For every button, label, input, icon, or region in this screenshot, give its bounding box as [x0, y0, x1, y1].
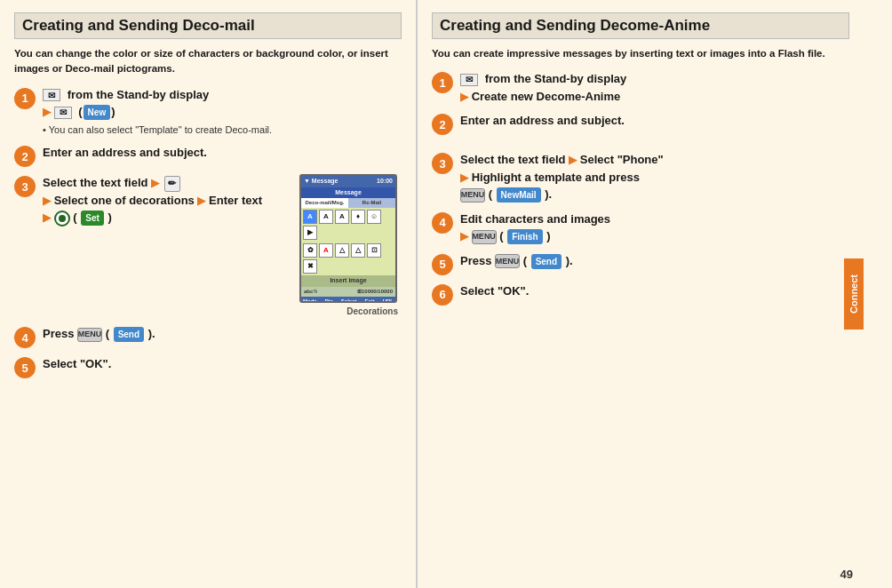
right-step4-text: Edit characters and images — [460, 212, 610, 226]
phone-insert-img: Insert image — [301, 275, 395, 287]
right-step1-main: from the Stand-by display — [485, 72, 627, 85]
right-step-content-5: Press MENU ( Send ). — [460, 252, 849, 270]
left-step-content-1: ✉ from the Stand-by display ▶ ✉ (New) • … — [43, 86, 402, 138]
right-newmail-badge: NewMail — [497, 187, 541, 203]
phone-icon-right: ▶ — [303, 226, 317, 240]
right-step3-text2: Select "Phone" — [580, 153, 664, 166]
envelope-icon-sub: ✉ — [54, 107, 72, 119]
left-step1-main: from the Stand-by display — [68, 88, 210, 101]
envelope-icon-1: ✉ — [43, 89, 60, 101]
left-step3-paren-open: ( — [73, 211, 76, 224]
decorations-label: Decorations — [299, 305, 402, 318]
left-step-content-4: Press MENU ( Send ). — [43, 325, 402, 343]
right-step5-paren-close: ). — [566, 254, 573, 267]
right-menu-key-3: MENU — [460, 188, 485, 203]
right-step-number-4: 4 — [432, 212, 453, 234]
left-step-number-5: 5 — [14, 357, 36, 378]
phone-icon-sq: ⊡ — [367, 243, 381, 258]
right-step5-paren-open: ( — [523, 254, 527, 267]
left-send-badge-4: Send — [114, 327, 144, 342]
left-step-2: 2 Enter an address and subject. — [14, 144, 402, 167]
phone-icons-row1: A A A ♦ ☺ ▶ — [301, 208, 395, 242]
left-step-content-5: Select "OK". — [43, 355, 402, 373]
left-step-3: 3 Select the text field ▶ ✏ ▶ Select one… — [14, 174, 402, 318]
right-finish-badge: Finish — [507, 229, 542, 244]
phone-bottom-bar: ModePicSelectExitURL — [301, 297, 395, 304]
phone-icon-A1: A — [303, 210, 317, 224]
right-step-number-5: 5 — [432, 254, 453, 275]
right-step3-paren-close: ). — [545, 187, 552, 201]
right-step5-press: Press — [460, 254, 495, 267]
phone-tabs: Deco-mail/Msg. Rc-Mail — [301, 198, 395, 208]
phone-icon-x: ✖ — [303, 259, 317, 274]
right-step-5: 5 Press MENU ( Send ). — [432, 252, 849, 275]
phone-bottom-row: abc½⊞10000/10000 — [301, 287, 395, 297]
left-menu-key-4: MENU — [77, 328, 102, 342]
right-step-number-1: 1 — [432, 72, 453, 93]
left-step3-arrow4: ▶ — [43, 211, 51, 224]
left-step-number-4: 4 — [14, 327, 36, 348]
phone-tab-rcmail: Rc-Mail — [348, 198, 395, 208]
phone-icon-diamond: ♦ — [351, 210, 365, 224]
right-step3-paren-open: ( — [489, 187, 492, 201]
phone-icon-tri1: △ — [335, 243, 349, 258]
left-step3-arrow1: ▶ — [151, 177, 159, 189]
right-step3-arrow2: ▶ — [460, 171, 468, 184]
right-step-content-3: Select the text field ▶ Select "Phone" ▶… — [460, 151, 849, 203]
left-step3-arrow3: ▶ — [197, 195, 205, 207]
left-step3-arrow2: ▶ — [43, 195, 51, 207]
right-step-content-1: ✉ from the Stand-by display ▶ Create new… — [460, 70, 849, 105]
left-intro: You can change the color or size of char… — [14, 46, 402, 77]
phone-icon-tri2: △ — [351, 243, 365, 258]
left-step3-text2: Select one of decorations — [54, 194, 195, 207]
circle-button — [54, 211, 70, 226]
right-intro: You can create impressive messages by in… — [432, 46, 849, 61]
pen-icon: ✏ — [164, 176, 180, 192]
phone-icon-A3: A — [335, 210, 349, 224]
right-step-number-6: 6 — [432, 284, 453, 306]
left-step1-arrow: ▶ — [43, 106, 51, 118]
phone-icon-flower: ✿ — [303, 243, 317, 258]
set-badge: Set — [81, 211, 104, 226]
envelope-icon-right1: ✉ — [460, 74, 478, 86]
right-send-badge: Send — [531, 254, 561, 269]
right-step1-sub: Create new Decome-Anime — [472, 90, 621, 103]
left-step-5: 5 Select "OK". — [14, 355, 402, 378]
right-panel-title: Creating and Sending Decome-Anime — [432, 12, 849, 39]
left-step1-bullet: • You can also select "Template" to crea… — [43, 123, 402, 138]
phone-tab-decomail: Deco-mail/Msg. — [301, 198, 348, 208]
phone-icon-A4: A — [319, 243, 333, 258]
right-step-content-2: Enter an address and subject. — [460, 112, 849, 130]
left-step-1: 1 ✉ from the Stand-by display ▶ ✉ (New) … — [14, 86, 402, 138]
right-step3-arrow1: ▶ — [569, 154, 577, 166]
right-step-content-4: Edit characters and images ▶ MENU ( Fini… — [460, 211, 849, 245]
left-step-content-3: Select the text field ▶ ✏ ▶ Select one o… — [43, 174, 402, 318]
right-step1-arrow: ▶ — [460, 91, 468, 103]
right-panel: Creating and Sending Decome-Anime You ca… — [418, 0, 864, 588]
left-step1-paren-close: ) — [111, 105, 115, 118]
left-step-4: 4 Press MENU ( Send ). — [14, 325, 402, 348]
phone-screen: ▼ Message10:00 Message Deco-mail/Msg. Rc… — [299, 174, 397, 303]
right-step-4: 4 Edit characters and images ▶ MENU ( Fi… — [432, 211, 849, 245]
right-menu-key-4: MENU — [472, 230, 497, 244]
right-step-content-6: Select "OK". — [460, 282, 849, 300]
left-step4-paren-close: ). — [148, 327, 155, 340]
left-panel: Creating and Sending Deco-mail You can c… — [0, 0, 418, 588]
right-step4-paren-open: ( — [499, 229, 503, 242]
phone-top-bar: ▼ Message10:00 — [301, 176, 395, 187]
left-step3-text1: Select the text field — [43, 176, 151, 189]
left-step1-paren-open: ( — [78, 105, 82, 118]
left-step3-paren-close: ) — [108, 211, 111, 224]
left-step3-text3: Enter text — [209, 194, 262, 207]
left-step-number-1: 1 — [14, 88, 36, 109]
left-step-number-2: 2 — [14, 146, 36, 167]
right-step-1: 1 ✉ from the Stand-by display ▶ Create n… — [432, 70, 849, 105]
new-badge: New — [84, 105, 111, 120]
left-panel-title: Creating and Sending Deco-mail — [14, 12, 402, 39]
page-number: 49 — [840, 568, 853, 581]
left-step4-paren-open: ( — [106, 327, 109, 340]
right-step3-text3: Highlight a template and press — [472, 171, 640, 184]
phone-icon-A2: A — [319, 210, 333, 224]
phone-icon-face: ☺ — [367, 210, 381, 224]
left-step-number-3: 3 — [14, 176, 36, 197]
